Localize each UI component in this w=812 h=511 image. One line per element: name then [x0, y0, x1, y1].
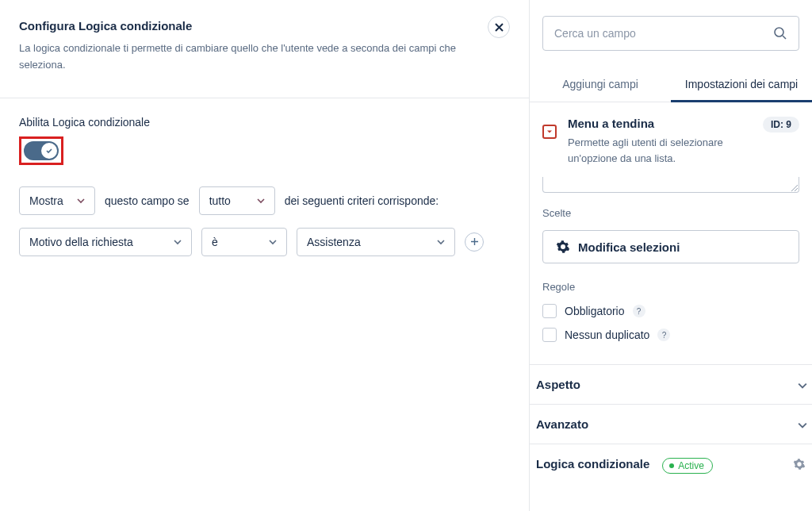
rule-field-value: Motivo della richiesta — [29, 236, 133, 248]
noduplicate-checkbox[interactable] — [542, 328, 557, 342]
logic-row-2: Motivo della richiesta è Assistenza — [19, 228, 510, 256]
accordion-advanced[interactable]: Avanzato — [530, 404, 812, 444]
active-badge: Active — [662, 458, 713, 474]
rule-value-select[interactable]: Assistenza — [297, 228, 455, 256]
accordion-advanced-title: Avanzato — [536, 417, 588, 431]
page-description: La logica condizionale ti permette di ca… — [19, 40, 463, 74]
chevron-down-icon — [269, 238, 277, 246]
search-field[interactable] — [542, 16, 799, 51]
chevron-down-icon — [77, 197, 85, 205]
tab-add-fields[interactable]: Aggiungi campi — [530, 68, 671, 102]
field-info: Menu a tendina Permette agli utenti di s… — [536, 102, 806, 177]
accordion-logic-title: Logica condizionale — [536, 457, 649, 471]
id-badge: ID: 9 — [763, 117, 799, 133]
resize-handle-icon — [790, 183, 798, 191]
close-icon — [495, 23, 504, 32]
search-icon — [773, 26, 787, 40]
help-icon[interactable]: ? — [657, 328, 670, 341]
match-value: tutto — [209, 194, 231, 207]
show-hide-select[interactable]: Mostra — [19, 186, 95, 215]
accordion-logic[interactable]: Logica condizionale Active — [530, 444, 812, 486]
toggle-knob — [41, 143, 57, 159]
rules-label: Regole — [542, 281, 799, 293]
tabs: Aggiungi campi Impostazioni dei campi — [530, 68, 812, 102]
enable-logic-toggle[interactable] — [24, 141, 59, 160]
gear-icon[interactable] — [793, 458, 806, 473]
edit-selections-label: Modifica selezioni — [578, 240, 680, 254]
chevron-down-icon — [798, 421, 806, 428]
show-hide-value: Mostra — [29, 194, 63, 207]
close-button[interactable] — [488, 16, 510, 38]
accordion-appearance-title: Aspetto — [536, 378, 580, 391]
required-checkbox[interactable] — [542, 304, 557, 318]
accordion-appearance[interactable]: Aspetto — [530, 364, 812, 404]
search-input[interactable] — [554, 27, 773, 40]
rule-required-row: Obbligatorio ? — [542, 304, 799, 318]
page-title: Configura Logica condizionale — [19, 19, 510, 33]
gear-icon — [556, 240, 570, 254]
help-icon[interactable]: ? — [633, 305, 645, 317]
logic-row-1: Mostra questo campo se tutto dei seguent… — [19, 186, 510, 215]
dropdown-icon — [542, 125, 557, 139]
enable-logic-label: Abilita Logica condizionale — [19, 116, 510, 129]
rule-nodup-row: Nessun duplicato ? — [542, 328, 799, 342]
rule-value-text: Assistenza — [307, 236, 361, 248]
field-title: Menu a tendina — [568, 117, 752, 130]
active-badge-text: Active — [678, 460, 704, 471]
tab-field-settings[interactable]: Impostazioni dei campi — [671, 68, 812, 102]
divider — [0, 98, 529, 98]
noduplicate-label: Nessun duplicato — [565, 328, 649, 341]
rule-operator-value: è — [212, 236, 218, 248]
match-select[interactable]: tutto — [199, 186, 275, 215]
edit-selections-button[interactable]: Modifica selezioni — [542, 230, 799, 263]
rule-field-select[interactable]: Motivo della richiesta — [19, 228, 192, 256]
chevron-down-icon — [257, 197, 265, 205]
check-icon — [45, 147, 53, 155]
plus-icon — [470, 237, 479, 246]
add-rule-button[interactable] — [465, 232, 484, 252]
this-field-if-text: questo campo se — [105, 194, 190, 207]
criteria-text: dei seguenti criteri corrisponde: — [285, 194, 439, 207]
required-label: Obbligatorio — [565, 305, 625, 317]
highlight-box — [19, 136, 63, 165]
chevron-down-icon — [437, 238, 445, 246]
chevron-down-icon — [174, 238, 182, 246]
textarea-bottom[interactable] — [542, 177, 799, 193]
rule-operator-select[interactable]: è — [201, 228, 287, 256]
svg-point-0 — [775, 28, 783, 36]
field-description: Permette agli utenti di selezionare un'o… — [568, 135, 752, 166]
chevron-down-icon — [798, 381, 806, 389]
active-dot-icon — [669, 463, 674, 468]
choices-label: Scelte — [542, 207, 799, 219]
